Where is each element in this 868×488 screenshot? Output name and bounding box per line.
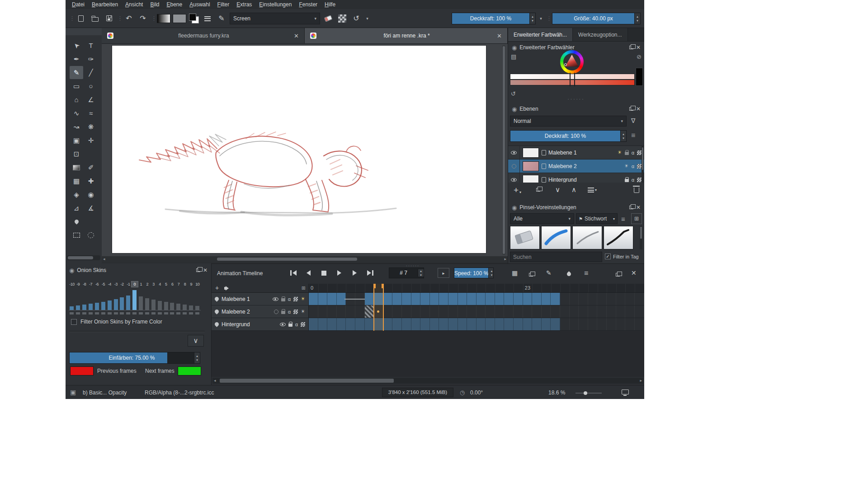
frame-cell[interactable] bbox=[597, 318, 607, 330]
onion-skin-toggle-icon[interactable]: ☀ bbox=[301, 296, 305, 302]
onion-offset--9[interactable]: -9 bbox=[75, 282, 81, 287]
tool-reference-images[interactable] bbox=[70, 215, 83, 228]
frame-cell[interactable] bbox=[532, 318, 542, 330]
foreground-background-colors[interactable] bbox=[189, 13, 199, 24]
edit-brush-settings-button[interactable]: ✎ bbox=[216, 13, 227, 24]
onion-offset-0[interactable]: 0 bbox=[132, 282, 138, 287]
frame-cell[interactable] bbox=[327, 305, 337, 318]
filter-layers-icon[interactable]: ∇ bbox=[631, 117, 635, 124]
frame-cell[interactable] bbox=[495, 293, 505, 305]
inherit-alpha-icon[interactable]: ☀ bbox=[618, 150, 622, 155]
frame-cell[interactable] bbox=[542, 305, 551, 318]
float-docker-icon[interactable] bbox=[629, 206, 633, 209]
tool-enclose-fill[interactable]: ◉ bbox=[84, 188, 98, 201]
tool-calligraphy[interactable]: ✑ bbox=[84, 52, 98, 66]
frame-cell[interactable] bbox=[430, 305, 439, 318]
frame-cell[interactable] bbox=[625, 305, 635, 318]
tab-advanced-color-selector[interactable]: Erweiterter Farbwäh... bbox=[508, 28, 573, 41]
canvas[interactable] bbox=[112, 46, 486, 253]
timeline-track-malebene1[interactable]: Malebene 1 α ☀ bbox=[212, 293, 309, 305]
refresh-colors-icon[interactable]: ↺ bbox=[511, 90, 516, 97]
onion-offset--7[interactable]: -7 bbox=[88, 282, 94, 287]
frame-cell[interactable] bbox=[560, 305, 570, 318]
lock-icon[interactable] bbox=[625, 179, 629, 182]
tool-fill[interactable]: ◈ bbox=[70, 188, 83, 201]
frame-cell[interactable] bbox=[532, 305, 542, 318]
undo-button[interactable]: ↶ bbox=[123, 13, 135, 24]
tool-dynamic-brush[interactable]: ↝ bbox=[70, 120, 83, 133]
blend-mode-select[interactable]: Screen▾ bbox=[230, 13, 320, 24]
frame-display-icon[interactable]: ▦ bbox=[512, 269, 518, 277]
scroll-left-icon[interactable]: ◂ bbox=[103, 256, 105, 262]
close-docker-icon[interactable]: ✕ bbox=[636, 106, 641, 112]
onion-offset-5[interactable]: 5 bbox=[163, 282, 169, 287]
frame-cell[interactable] bbox=[327, 293, 337, 305]
delete-layer-button[interactable] bbox=[634, 185, 639, 193]
canvas-vertical-scrollbar[interactable] bbox=[502, 45, 505, 255]
onion-opacity-bar[interactable] bbox=[126, 296, 130, 310]
pin-icon[interactable] bbox=[214, 309, 220, 314]
frame-cell[interactable] bbox=[523, 318, 533, 330]
onion-offset-2[interactable]: 2 bbox=[144, 282, 151, 287]
frame-cell[interactable] bbox=[551, 318, 560, 330]
frame-cell[interactable] bbox=[523, 305, 533, 318]
lock-icon[interactable] bbox=[281, 311, 285, 314]
spin-arrows[interactable]: ▴▾ bbox=[488, 268, 494, 278]
frame-cell[interactable] bbox=[635, 293, 644, 305]
onion-offset-1[interactable]: 1 bbox=[138, 282, 144, 287]
visibility-toggle[interactable] bbox=[508, 160, 520, 173]
menu-ebene[interactable]: Ebene bbox=[163, 0, 186, 9]
menu-auswahl[interactable]: Auswahl bbox=[186, 0, 213, 9]
current-color-swatch[interactable] bbox=[636, 68, 643, 86]
frame-cell[interactable] bbox=[570, 305, 579, 318]
duplicate-frame-icon[interactable] bbox=[529, 271, 533, 278]
preset-filter-select[interactable]: Alle▾ bbox=[510, 213, 574, 224]
frame-cell[interactable] bbox=[514, 293, 523, 305]
frame-cell[interactable] bbox=[495, 318, 505, 330]
frame-cell[interactable] bbox=[607, 305, 616, 318]
frame-cell[interactable] bbox=[486, 305, 495, 318]
onion-opacity-bar[interactable] bbox=[108, 300, 112, 310]
frame-cell[interactable] bbox=[411, 293, 421, 305]
menu-ansicht[interactable]: Ansicht bbox=[122, 0, 146, 9]
toolbox-header[interactable] bbox=[66, 28, 102, 35]
scroll-right-icon[interactable]: ▸ bbox=[640, 378, 642, 384]
frame-cell[interactable] bbox=[579, 305, 588, 318]
frame-cell[interactable] bbox=[365, 293, 374, 305]
onion-opacity-bar[interactable] bbox=[82, 305, 86, 310]
expand-options-button[interactable]: ∨ bbox=[188, 335, 204, 347]
brush-preset-marker-blue[interactable] bbox=[541, 226, 571, 249]
onion-opacity-bar[interactable] bbox=[95, 303, 99, 310]
frame-cell[interactable] bbox=[411, 305, 421, 318]
onion-opacity-bar[interactable] bbox=[170, 303, 174, 310]
brush-preset-eraser[interactable] bbox=[510, 226, 540, 249]
canvas-horizontal-scrollbar[interactable]: ◂ ▸ bbox=[102, 256, 508, 262]
alpha-icon[interactable]: α bbox=[295, 322, 298, 327]
onion-opacity-bar[interactable] bbox=[101, 302, 105, 310]
tag-field[interactable]: ⚑Stichwort▾ bbox=[576, 213, 618, 224]
layer-blend-mode-select[interactable]: Normal▾ bbox=[510, 116, 627, 127]
timeline-track-hintergrund[interactable]: Hintergrund α bbox=[212, 318, 309, 331]
close-docker-icon[interactable]: ✕ bbox=[631, 269, 637, 277]
frame-cell[interactable] bbox=[458, 305, 467, 318]
onion-opacity-bar[interactable] bbox=[158, 301, 162, 310]
frame-cell[interactable] bbox=[588, 305, 598, 318]
spin-arrows[interactable]: ▴▾ bbox=[194, 352, 200, 363]
gradient-chooser-swatch[interactable] bbox=[157, 14, 170, 23]
alpha-icon[interactable]: α bbox=[632, 177, 634, 183]
frame-cell[interactable] bbox=[430, 293, 439, 305]
tool-transform[interactable]: ▣ bbox=[70, 134, 83, 147]
eye-icon[interactable] bbox=[280, 323, 286, 326]
onion-offset--6[interactable]: -6 bbox=[94, 282, 100, 287]
current-frame-spinbox[interactable]: # 7▴▾ bbox=[389, 267, 424, 278]
pattern-chooser-swatch[interactable] bbox=[173, 14, 186, 23]
frame-cell[interactable] bbox=[402, 305, 411, 318]
onion-offset-4[interactable]: 4 bbox=[156, 282, 163, 287]
next-frames-color-swatch[interactable] bbox=[178, 366, 201, 375]
add-track-button[interactable]: + bbox=[215, 284, 219, 291]
frame-cell[interactable] bbox=[542, 318, 551, 330]
tool-ellipse[interactable]: ○ bbox=[84, 80, 98, 93]
alpha-lock-icon[interactable] bbox=[293, 297, 298, 301]
alpha-lock-icon[interactable] bbox=[637, 150, 642, 155]
onion-opacity-bar[interactable] bbox=[183, 305, 187, 310]
